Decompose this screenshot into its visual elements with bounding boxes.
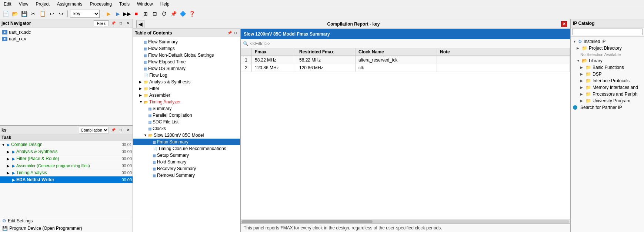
ip-interface-protocols[interactable]: ▶ 📁 Interface Protocols xyxy=(571,77,644,84)
save-button[interactable]: 💾 xyxy=(20,10,28,18)
expand-icon[interactable]: ▼ xyxy=(144,133,148,137)
toc-timing-closure[interactable]: 📄 Timing Closure Recommendations xyxy=(133,145,240,152)
ip-project-dir[interactable]: ▶ 📁 Project Directory xyxy=(571,45,644,52)
toc-flow-os[interactable]: ▦ Flow OS Summary xyxy=(133,65,240,72)
toc-flow-summary[interactable]: ▦ Flow Summary xyxy=(133,39,240,45)
expand-icon[interactable]: ▶ xyxy=(580,66,584,69)
menu-tools[interactable]: Tools xyxy=(117,1,132,7)
ip-library[interactable]: ▼ 📂 Library xyxy=(571,57,644,64)
play-button[interactable]: ▶ xyxy=(6,142,11,147)
task-row[interactable]: ▶ ▶ Fitter (Place & Route) 00:00 xyxy=(0,155,133,162)
nav-expand-btn[interactable]: □ xyxy=(118,20,124,26)
nav-close-btn[interactable]: ✕ xyxy=(125,20,131,26)
stop-button[interactable]: ■ xyxy=(132,10,140,18)
file-item[interactable]: ■ uart_rx.sdc xyxy=(1,29,131,36)
run-button[interactable]: ▶▶ xyxy=(123,10,131,18)
rtl-button[interactable]: ⊞ xyxy=(141,10,150,18)
file-item[interactable]: ■ uart_rx.v xyxy=(1,36,131,42)
filter-input[interactable] xyxy=(250,41,568,46)
expand-icon[interactable]: ▶ xyxy=(139,80,144,84)
menu-help[interactable]: Help xyxy=(158,1,172,7)
expand-icon[interactable]: ▶ xyxy=(7,150,11,154)
back-button[interactable]: ◀ xyxy=(136,20,144,28)
toc-recovery-summary[interactable]: ▦ Recovery Summary xyxy=(133,165,240,172)
task-row[interactable]: ▶ ▶ Assembler (Generate programming file… xyxy=(0,162,133,169)
expand-icon[interactable]: ▶ xyxy=(580,79,584,83)
menu-edit[interactable]: Edit xyxy=(1,1,14,7)
expand-icon[interactable]: ▶ xyxy=(7,157,11,161)
redo-button[interactable]: ↪ xyxy=(57,10,65,18)
ip-processors[interactable]: ▶ 📁 Processors and Periph xyxy=(571,91,644,97)
ip-search-input[interactable] xyxy=(572,29,643,35)
toc-analysis-synthesis[interactable]: ▶ 📁 Analysis & Synthesis xyxy=(133,79,240,85)
project-dropdown[interactable]: key xyxy=(70,10,100,18)
play-button[interactable]: ▶ xyxy=(11,149,16,154)
expand-icon[interactable]: ▶ xyxy=(139,93,144,97)
scroll-thumb[interactable] xyxy=(241,220,373,223)
expand-icon[interactable]: ▶ xyxy=(580,72,584,76)
compilation-dropdown[interactable]: Compilation xyxy=(79,127,109,133)
compile-button[interactable]: ▶ xyxy=(104,10,113,18)
comp-close-btn[interactable]: ✕ xyxy=(125,127,131,133)
toc-pin-btn[interactable]: 📌 xyxy=(227,30,233,36)
toc-parallel-compilation[interactable]: ▦ Parallel Compilation xyxy=(133,112,240,119)
expand-icon[interactable]: ▼ xyxy=(577,59,580,63)
expand-icon[interactable]: ▶ xyxy=(580,99,584,103)
toc-hold-summary[interactable]: ▦ Hold Summary xyxy=(133,159,240,165)
task-row[interactable]: ▶ ▶ Timing Analysis 00:00 xyxy=(0,169,133,176)
play-button[interactable]: ▶ xyxy=(11,163,16,168)
toc-timing-analyzer[interactable]: ▼ 📂 Timing Analyzer xyxy=(133,99,240,105)
expand-icon[interactable]: ▶ xyxy=(7,171,11,175)
toc-slow-model[interactable]: ▼ 📂 Slow 1200mV 85C Model xyxy=(133,132,240,139)
toc-clocks[interactable]: ▦ Clocks xyxy=(133,125,240,132)
expand-icon[interactable]: ▶ xyxy=(580,86,584,89)
toc-expand-btn[interactable]: □ xyxy=(233,30,238,36)
comp-pin-btn[interactable]: 📌 xyxy=(110,127,116,133)
ip-dsp[interactable]: ▶ 📁 DSP xyxy=(571,71,644,77)
toc-fitter[interactable]: ▶ 📁 Fitter xyxy=(133,85,240,92)
toc-flow-settings[interactable]: ▦ Flow Settings xyxy=(133,45,240,52)
play-button[interactable]: ▶ xyxy=(11,156,16,161)
ip-search-partner[interactable]: Search for Partner IP xyxy=(571,104,644,111)
toc-removal-summary[interactable]: ▦ Removal Summary xyxy=(133,172,240,179)
menu-processing[interactable]: Processing xyxy=(88,1,114,7)
menu-window[interactable]: Window xyxy=(135,1,155,7)
ip-basic-functions[interactable]: ▶ 📁 Basic Functions xyxy=(571,64,644,71)
report-close-button[interactable]: ✕ xyxy=(561,21,567,27)
files-tab[interactable]: Files xyxy=(94,20,109,26)
horizontal-scrollbar[interactable] xyxy=(241,219,570,223)
program-device[interactable]: 💾 Program Device (Open Programmer) xyxy=(0,225,133,232)
expand-icon[interactable]: ▶ xyxy=(7,164,11,168)
analyze-button[interactable]: ▶ xyxy=(114,10,122,18)
menu-assignments[interactable]: Assignments xyxy=(55,1,85,7)
help-btn2[interactable]: ❓ xyxy=(188,10,196,18)
toc-flow-elapsed[interactable]: ▦ Flow Elapsed Time xyxy=(133,59,240,65)
open-button[interactable]: 📂 xyxy=(11,10,19,18)
comp-expand-btn[interactable]: □ xyxy=(118,127,124,133)
expand-icon[interactable]: ▶ xyxy=(580,92,584,96)
ip-memory-interfaces[interactable]: ▶ 📁 Memory Interfaces and xyxy=(571,84,644,91)
nav-pin-btn[interactable]: 📌 xyxy=(110,20,116,26)
task-row[interactable]: ▼ ▶ Compile Design 00:01 xyxy=(0,141,133,148)
toc-ta-summary[interactable]: ▦ Summary xyxy=(133,105,240,112)
toc-flow-nondefault[interactable]: ▦ Flow Non-Default Global Settings xyxy=(133,52,240,59)
expand-icon[interactable]: ▶ xyxy=(577,46,580,50)
expand-icon[interactable]: ▼ xyxy=(573,40,577,43)
task-row[interactable]: ▶ EDA Netlist Writer 00:00 xyxy=(0,176,133,183)
menu-view[interactable]: View xyxy=(17,1,31,7)
timing-button[interactable]: ⏱ xyxy=(160,10,168,18)
toc-sdc-file-list[interactable]: ▦ SDC File List xyxy=(133,119,240,125)
toc-fmax-summary[interactable]: ▦ Fmax Summary xyxy=(133,139,240,145)
pin-button[interactable]: 📌 xyxy=(169,10,177,18)
toc-flow-log[interactable]: 📄 Flow Log xyxy=(133,72,240,79)
new-button[interactable]: 📄 xyxy=(1,10,10,18)
play-button[interactable]: ▶ xyxy=(11,177,16,182)
play-button[interactable]: ▶ xyxy=(11,170,16,175)
toc-assembler[interactable]: ▶ 📁 Assembler xyxy=(133,92,240,99)
ip-button[interactable]: 🔷 xyxy=(178,10,187,18)
ip-university-program[interactable]: ▶ 📁 University Program xyxy=(571,97,644,104)
expand-icon[interactable]: ▶ xyxy=(139,87,144,90)
ip-installed[interactable]: ▼ ⚙ Installed IP xyxy=(571,38,644,45)
toc-setup-summary[interactable]: ▦ Setup Summary xyxy=(133,152,240,159)
netlist-button[interactable]: ⊟ xyxy=(151,10,159,18)
